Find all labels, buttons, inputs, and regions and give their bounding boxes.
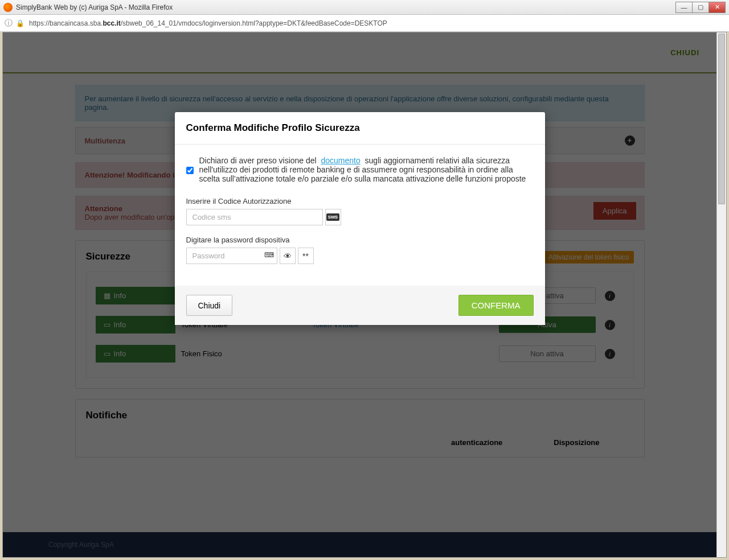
- disclaimer-row: Dichiaro di aver preso visione del docum…: [186, 156, 534, 183]
- eye-icon: 👁: [284, 252, 292, 261]
- lock-icon: 🔒: [16, 19, 24, 27]
- disclaimer-checkbox[interactable]: [186, 158, 194, 183]
- modal-overlay: Conferma Modifiche Profilo Sicurezza Dic…: [3, 32, 716, 557]
- sms-request-button[interactable]: SMS: [325, 209, 341, 225]
- sms-icon: SMS: [326, 213, 339, 221]
- maximize-button[interactable]: ▢: [692, 2, 709, 13]
- page-area: CHIUDI Per aumentare il livello di sicur…: [2, 32, 727, 558]
- window-controls: — ▢ ✕: [676, 2, 726, 13]
- code-label: Inserire il Codice Autorizzazione: [186, 197, 534, 205]
- show-password-button[interactable]: 👁: [280, 248, 296, 264]
- scrollbar-thumb[interactable]: [718, 34, 725, 204]
- password-input-row: ⌨ 👁 **: [186, 248, 534, 264]
- stars-label: **: [302, 252, 309, 261]
- sms-code-input[interactable]: [186, 209, 323, 225]
- window-title: SimplyBank Web by (c) Auriga SpA - Mozil…: [16, 3, 173, 11]
- url-text: https://bancaincasa.sba.bcc.it/sbweb_06_…: [29, 19, 387, 27]
- info-icon: ⓘ: [5, 18, 13, 28]
- disclaimer-text: Dichiaro di aver preso visione del docum…: [199, 156, 534, 183]
- modal-header: Conferma Modifiche Profilo Sicurezza: [175, 112, 545, 145]
- minimize-button[interactable]: —: [675, 2, 693, 13]
- browser-url-bar[interactable]: ⓘ 🔒 https://bancaincasa.sba.bcc.it/sbweb…: [0, 15, 729, 32]
- mask-button[interactable]: **: [298, 248, 314, 264]
- modal-confirm-button[interactable]: CONFERMA: [458, 295, 534, 316]
- browser-titlebar: SimplyBank Web by (c) Auriga SpA - Mozil…: [0, 0, 729, 15]
- firefox-icon: [3, 3, 13, 12]
- close-window-button[interactable]: ✕: [708, 2, 726, 13]
- vertical-scrollbar[interactable]: [716, 32, 726, 557]
- modal-title: Conferma Modifiche Profilo Sicurezza: [186, 122, 534, 134]
- modal-footer: Chiudi CONFERMA: [175, 286, 545, 325]
- confirm-modal: Conferma Modifiche Profilo Sicurezza Dic…: [175, 112, 545, 325]
- password-input[interactable]: [186, 248, 277, 264]
- modal-close-button[interactable]: Chiudi: [186, 295, 233, 316]
- keyboard-icon[interactable]: ⌨: [264, 251, 274, 259]
- document-link[interactable]: documento: [321, 156, 361, 165]
- code-input-row: SMS: [186, 209, 534, 225]
- modal-body: Dichiaro di aver preso visione del docum…: [175, 145, 545, 286]
- password-label: Digitare la password dispositiva: [186, 236, 534, 244]
